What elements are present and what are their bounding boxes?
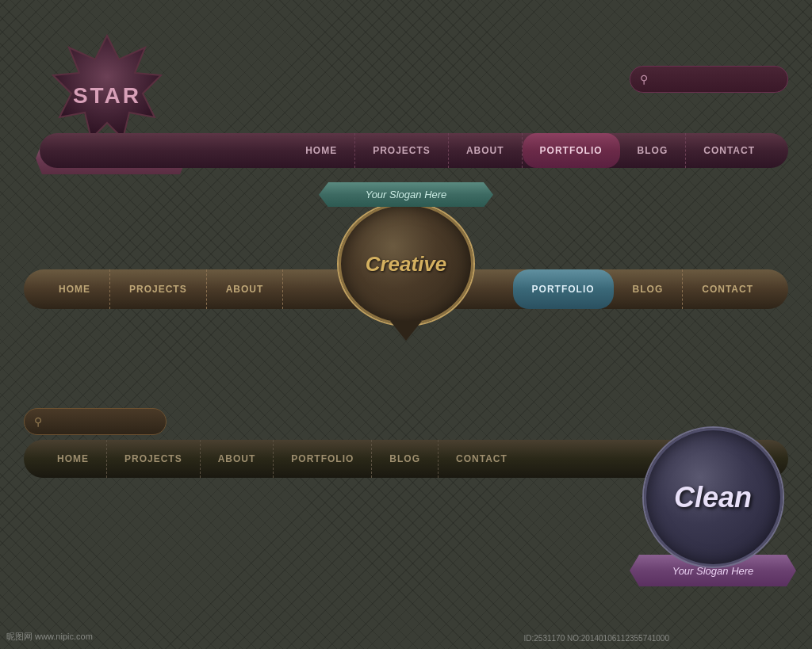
badge-text: Creative bbox=[366, 252, 447, 277]
nav1-about[interactable]: ABOUT bbox=[449, 133, 523, 168]
nav2-home[interactable]: HOME bbox=[40, 269, 110, 309]
nav3-blog[interactable]: BLOG bbox=[372, 440, 439, 478]
clean-circle: Clean bbox=[644, 428, 783, 567]
nav3-contact[interactable]: CONTACT bbox=[439, 440, 525, 478]
nav1-blog[interactable]: BLOG bbox=[620, 133, 687, 168]
search-box-bottom[interactable]: ⚲ bbox=[24, 408, 167, 435]
nav3-portfolio[interactable]: PORTFOLIO bbox=[274, 440, 372, 478]
search-icon: ⚲ bbox=[640, 73, 648, 86]
nav1-portfolio[interactable]: PORTFOLIO bbox=[523, 133, 620, 168]
badge-point bbox=[390, 321, 422, 341]
nav3-about[interactable]: ABOUT bbox=[201, 440, 274, 478]
clean-text: Clean bbox=[674, 483, 752, 512]
logo-title-text: STAR bbox=[73, 83, 141, 108]
search-input-bottom[interactable] bbox=[48, 416, 159, 427]
watermark-right: ID:2531170 NO:20140106112355741000 bbox=[524, 634, 670, 643]
badge-ribbon-top: Your Slogan Here bbox=[319, 182, 493, 207]
clean-badge: Clean Your Slogan Here bbox=[638, 428, 788, 586]
nav2-blog[interactable]: BLOG bbox=[614, 269, 684, 309]
nav1-contact[interactable]: CONTACT bbox=[686, 133, 772, 168]
nav2-portfolio[interactable]: PORTFOLIO bbox=[513, 269, 614, 309]
nav2-contact[interactable]: CONTACT bbox=[683, 269, 772, 309]
search-input-top[interactable] bbox=[654, 74, 765, 85]
search-box-top[interactable]: ⚲ bbox=[630, 66, 788, 93]
watermark-left: 昵图网 www.nipic.com bbox=[6, 631, 93, 643]
nav1-projects[interactable]: PROJECTS bbox=[355, 133, 449, 168]
badge-slogan: Your Slogan Here bbox=[366, 189, 447, 200]
creative-badge: Your Slogan Here Creative bbox=[327, 182, 485, 341]
nav2-projects[interactable]: PROJECTS bbox=[110, 269, 207, 309]
nav3-home[interactable]: HOME bbox=[40, 440, 107, 478]
nav1-home[interactable]: HOME bbox=[288, 133, 355, 168]
top-nav-bar: HOME PROJECTS ABOUT PORTFOLIO BLOG CONTA… bbox=[40, 133, 788, 168]
search-icon-bottom: ⚲ bbox=[34, 415, 42, 428]
creative-section: Your Slogan Here Creative HOME PROJECTS … bbox=[24, 222, 788, 262]
badge-circle: Creative bbox=[339, 203, 473, 325]
nav2-about[interactable]: ABOUT bbox=[207, 269, 284, 309]
nav3-projects[interactable]: PROJECTS bbox=[107, 440, 201, 478]
